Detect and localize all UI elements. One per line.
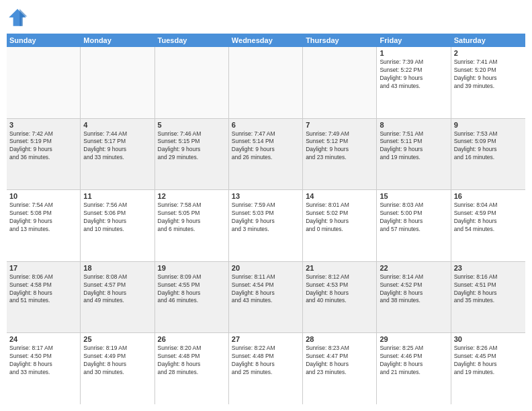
day-info: Sunrise: 7:59 AMSunset: 5:03 PMDaylight:… xyxy=(232,201,300,234)
calendar-cell: 17Sunrise: 8:06 AMSunset: 4:58 PMDayligh… xyxy=(7,262,81,333)
day-number: 27 xyxy=(232,335,300,343)
calendar-cell: 16Sunrise: 8:04 AMSunset: 4:59 PMDayligh… xyxy=(451,190,525,261)
day-number: 22 xyxy=(380,264,447,272)
day-number: 3 xyxy=(9,121,77,129)
svg-marker-0 xyxy=(9,9,26,26)
calendar-cell: 30Sunrise: 8:26 AMSunset: 4:45 PMDayligh… xyxy=(451,333,525,404)
header-day-sunday: Sunday xyxy=(7,34,81,47)
day-info: Sunrise: 8:09 AMSunset: 4:55 PMDaylight:… xyxy=(158,273,226,306)
calendar-week-5: 24Sunrise: 8:17 AMSunset: 4:50 PMDayligh… xyxy=(7,333,525,404)
day-info: Sunrise: 7:58 AMSunset: 5:05 PMDaylight:… xyxy=(158,201,226,234)
calendar-cell: 7Sunrise: 7:49 AMSunset: 5:12 PMDaylight… xyxy=(303,119,377,190)
day-number: 8 xyxy=(380,121,447,129)
day-info: Sunrise: 7:53 AMSunset: 5:09 PMDaylight:… xyxy=(454,130,523,163)
day-number: 1 xyxy=(380,49,447,57)
day-info: Sunrise: 8:22 AMSunset: 4:48 PMDaylight:… xyxy=(232,345,300,377)
calendar-cell: 29Sunrise: 8:25 AMSunset: 4:46 PMDayligh… xyxy=(377,333,451,404)
calendar-cell: 21Sunrise: 8:12 AMSunset: 4:53 PMDayligh… xyxy=(303,262,377,333)
calendar-cell xyxy=(155,47,229,118)
calendar: SundayMondayTuesdayWednesdayThursdayFrid… xyxy=(7,34,525,404)
calendar-cell: 6Sunrise: 7:47 AMSunset: 5:14 PMDaylight… xyxy=(229,119,303,190)
calendar-cell xyxy=(229,47,303,118)
header-day-friday: Friday xyxy=(377,34,451,47)
calendar-cell: 12Sunrise: 7:58 AMSunset: 5:05 PMDayligh… xyxy=(155,190,229,261)
day-number: 13 xyxy=(232,192,300,200)
day-number: 19 xyxy=(158,264,226,272)
calendar-cell: 8Sunrise: 7:51 AMSunset: 5:11 PMDaylight… xyxy=(377,119,451,190)
day-info: Sunrise: 7:47 AMSunset: 5:14 PMDaylight:… xyxy=(232,130,300,163)
header-day-saturday: Saturday xyxy=(451,34,525,47)
day-number: 21 xyxy=(306,264,373,272)
calendar-cell xyxy=(303,47,377,118)
calendar-body: 1Sunrise: 7:39 AMSunset: 5:22 PMDaylight… xyxy=(7,47,525,404)
day-number: 4 xyxy=(83,121,151,129)
header xyxy=(7,7,525,28)
calendar-cell: 4Sunrise: 7:44 AMSunset: 5:17 PMDaylight… xyxy=(81,119,154,190)
day-number: 30 xyxy=(454,335,523,343)
calendar-week-3: 10Sunrise: 7:54 AMSunset: 5:08 PMDayligh… xyxy=(7,190,525,262)
calendar-cell: 10Sunrise: 7:54 AMSunset: 5:08 PMDayligh… xyxy=(7,190,81,261)
calendar-cell: 24Sunrise: 8:17 AMSunset: 4:50 PMDayligh… xyxy=(7,333,81,404)
day-info: Sunrise: 7:44 AMSunset: 5:17 PMDaylight:… xyxy=(83,130,151,163)
day-number: 14 xyxy=(306,192,373,200)
day-number: 9 xyxy=(454,121,523,129)
day-info: Sunrise: 7:41 AMSunset: 5:20 PMDaylight:… xyxy=(454,58,523,91)
day-number: 20 xyxy=(232,264,300,272)
calendar-cell xyxy=(81,47,154,118)
header-day-tuesday: Tuesday xyxy=(155,34,229,47)
day-number: 17 xyxy=(9,264,77,272)
day-info: Sunrise: 7:46 AMSunset: 5:15 PMDaylight:… xyxy=(158,130,226,163)
day-info: Sunrise: 8:16 AMSunset: 4:51 PMDaylight:… xyxy=(454,273,523,306)
day-info: Sunrise: 8:08 AMSunset: 4:57 PMDaylight:… xyxy=(83,273,151,306)
calendar-cell xyxy=(7,47,81,118)
day-info: Sunrise: 8:12 AMSunset: 4:53 PMDaylight:… xyxy=(306,273,373,306)
day-number: 29 xyxy=(380,335,447,343)
day-info: Sunrise: 7:56 AMSunset: 5:06 PMDaylight:… xyxy=(83,201,151,234)
header-day-thursday: Thursday xyxy=(303,34,377,47)
logo-icon xyxy=(7,7,28,28)
day-info: Sunrise: 8:14 AMSunset: 4:52 PMDaylight:… xyxy=(380,273,447,306)
header-day-wednesday: Wednesday xyxy=(229,34,303,47)
page: SundayMondayTuesdayWednesdayThursdayFrid… xyxy=(0,0,532,411)
calendar-cell: 20Sunrise: 8:11 AMSunset: 4:54 PMDayligh… xyxy=(229,262,303,333)
day-info: Sunrise: 7:49 AMSunset: 5:12 PMDaylight:… xyxy=(306,130,373,163)
day-number: 6 xyxy=(232,121,300,129)
calendar-cell: 1Sunrise: 7:39 AMSunset: 5:22 PMDaylight… xyxy=(377,47,451,118)
day-number: 23 xyxy=(454,264,523,272)
day-info: Sunrise: 8:17 AMSunset: 4:50 PMDaylight:… xyxy=(9,345,77,377)
day-number: 25 xyxy=(83,335,151,343)
calendar-cell: 11Sunrise: 7:56 AMSunset: 5:06 PMDayligh… xyxy=(81,190,154,261)
calendar-cell: 18Sunrise: 8:08 AMSunset: 4:57 PMDayligh… xyxy=(81,262,154,333)
calendar-cell: 22Sunrise: 8:14 AMSunset: 4:52 PMDayligh… xyxy=(377,262,451,333)
day-number: 7 xyxy=(306,121,373,129)
day-info: Sunrise: 8:01 AMSunset: 5:02 PMDaylight:… xyxy=(306,201,373,234)
calendar-cell: 14Sunrise: 8:01 AMSunset: 5:02 PMDayligh… xyxy=(303,190,377,261)
day-number: 16 xyxy=(454,192,523,200)
calendar-cell: 3Sunrise: 7:42 AMSunset: 5:19 PMDaylight… xyxy=(7,119,81,190)
calendar-week-4: 17Sunrise: 8:06 AMSunset: 4:58 PMDayligh… xyxy=(7,262,525,334)
day-number: 28 xyxy=(306,335,373,343)
day-info: Sunrise: 7:54 AMSunset: 5:08 PMDaylight:… xyxy=(9,201,77,234)
day-info: Sunrise: 8:06 AMSunset: 4:58 PMDaylight:… xyxy=(9,273,77,306)
calendar-cell: 19Sunrise: 8:09 AMSunset: 4:55 PMDayligh… xyxy=(155,262,229,333)
calendar-cell: 13Sunrise: 7:59 AMSunset: 5:03 PMDayligh… xyxy=(229,190,303,261)
day-info: Sunrise: 7:51 AMSunset: 5:11 PMDaylight:… xyxy=(380,130,447,163)
day-info: Sunrise: 8:20 AMSunset: 4:48 PMDaylight:… xyxy=(158,345,226,377)
day-info: Sunrise: 8:26 AMSunset: 4:45 PMDaylight:… xyxy=(454,345,523,377)
day-info: Sunrise: 8:25 AMSunset: 4:46 PMDaylight:… xyxy=(380,345,447,377)
calendar-cell: 26Sunrise: 8:20 AMSunset: 4:48 PMDayligh… xyxy=(155,333,229,404)
day-number: 5 xyxy=(158,121,226,129)
calendar-week-2: 3Sunrise: 7:42 AMSunset: 5:19 PMDaylight… xyxy=(7,119,525,191)
calendar-cell: 5Sunrise: 7:46 AMSunset: 5:15 PMDaylight… xyxy=(155,119,229,190)
day-info: Sunrise: 8:03 AMSunset: 5:00 PMDaylight:… xyxy=(380,201,447,234)
day-number: 26 xyxy=(158,335,226,343)
day-info: Sunrise: 7:39 AMSunset: 5:22 PMDaylight:… xyxy=(380,58,447,91)
day-number: 15 xyxy=(380,192,447,200)
day-info: Sunrise: 8:19 AMSunset: 4:49 PMDaylight:… xyxy=(83,345,151,377)
day-info: Sunrise: 8:11 AMSunset: 4:54 PMDaylight:… xyxy=(232,273,300,306)
calendar-cell: 9Sunrise: 7:53 AMSunset: 5:09 PMDaylight… xyxy=(451,119,525,190)
day-info: Sunrise: 7:42 AMSunset: 5:19 PMDaylight:… xyxy=(9,130,77,163)
calendar-cell: 2Sunrise: 7:41 AMSunset: 5:20 PMDaylight… xyxy=(451,47,525,118)
calendar-cell: 25Sunrise: 8:19 AMSunset: 4:49 PMDayligh… xyxy=(81,333,154,404)
day-number: 10 xyxy=(9,192,77,200)
